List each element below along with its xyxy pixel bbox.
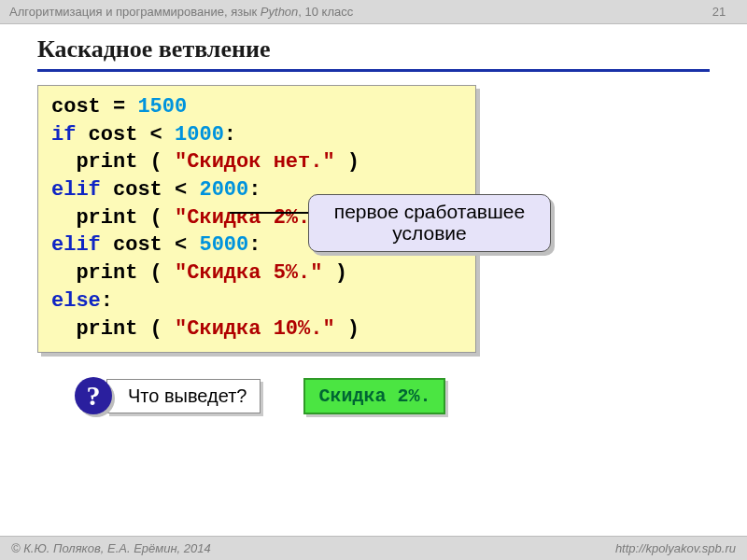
slide-title: Каскадное ветвление: [37, 34, 710, 69]
course-suffix: , 10 класс: [298, 5, 353, 19]
code-number: 1500: [137, 95, 187, 119]
course-title: Алгоритмизация и программирование, язык …: [9, 5, 700, 19]
code-number: 2000: [199, 178, 248, 202]
question-text-box: Что выведет?: [106, 379, 261, 413]
code-text: cost <: [101, 233, 200, 257]
code-text: cost <: [101, 178, 200, 202]
code-text: :: [248, 178, 261, 202]
code-string: "Скидка 2%.": [175, 206, 322, 230]
code-text: ): [322, 261, 346, 285]
footer-authors: © К.Ю. Поляков, Е.А. Ерёмин, 2014: [11, 541, 211, 555]
code-string: "Скидок нет.": [175, 150, 335, 174]
code-text: cost =: [51, 95, 137, 119]
code-string: "Скидка 5%.": [175, 261, 322, 285]
callout-connector: [230, 212, 309, 214]
title-rule: [37, 69, 710, 72]
code-keyword: if: [51, 123, 76, 147]
code-text: ): [335, 317, 359, 341]
code-text: :: [248, 233, 261, 257]
question-mark-icon: ?: [75, 377, 112, 414]
code-keyword: else: [51, 289, 101, 313]
question-row: ? Что выведет? Скидка 2%.: [75, 377, 710, 414]
course-lang: Python: [261, 5, 298, 19]
header-bar: Алгоритмизация и программирование, язык …: [0, 0, 747, 24]
footer-bar: © К.Ю. Поляков, Е.А. Ерёмин, 2014 http:/…: [0, 536, 747, 560]
page-number: 21: [700, 5, 738, 19]
code-number: 5000: [199, 233, 248, 257]
code-number: 1000: [175, 123, 224, 147]
code-text: print (: [51, 150, 175, 174]
code-text: print (: [51, 261, 175, 285]
footer-url: http://kpolyakov.spb.ru: [615, 541, 736, 555]
code-text: :: [101, 289, 113, 313]
code-text: print (: [51, 317, 175, 341]
callout-line2: условие: [318, 222, 541, 244]
callout-box: первое сработавшее условие: [308, 194, 551, 252]
code-text: cost <: [76, 123, 175, 147]
code-keyword: elif: [51, 233, 101, 257]
code-text: print (: [51, 206, 175, 230]
answer-box: Скидка 2%.: [303, 378, 445, 414]
callout-line1: первое сработавшее: [318, 201, 541, 222]
course-prefix: Алгоритмизация и программирование, язык: [9, 5, 261, 19]
code-text: ): [335, 150, 359, 174]
code-keyword: elif: [51, 178, 101, 202]
code-string: "Скидка 10%.": [175, 317, 335, 341]
slide-area: Каскадное ветвление cost = 1500 if cost …: [0, 24, 747, 536]
code-text: :: [224, 123, 236, 147]
